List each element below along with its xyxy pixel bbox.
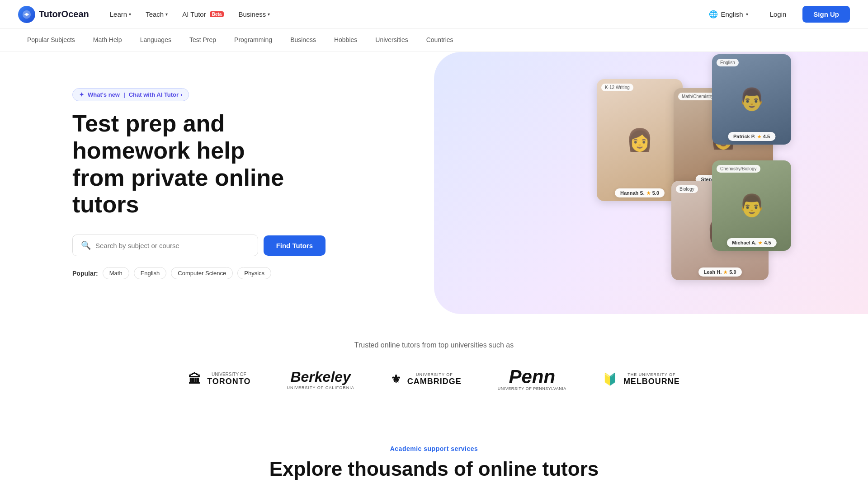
explore-subtitle: Academic support services — [18, 445, 850, 452]
melbourne-crest-icon: 🔰 — [603, 372, 617, 386]
language-selector[interactable]: 🌐 English ▾ — [703, 7, 753, 21]
whats-new-badge[interactable]: ✦ What's new | Chat with AI Tutor › — [72, 88, 189, 101]
explore-section: Academic support services Explore thousa… — [0, 418, 868, 488]
logo[interactable]: TutorOcean — [18, 6, 89, 23]
university-logos: 🏛 UNIVERSITY OF TORONTO Berkeley UNIVERS… — [18, 367, 850, 391]
chevron-right-icon: › — [180, 91, 182, 98]
tag-math[interactable]: Math — [103, 267, 129, 279]
beta-badge: Beta — [210, 11, 224, 17]
toronto-crest-icon: 🏛 — [188, 372, 201, 387]
hero-title: Test prep and homework help from private… — [72, 110, 326, 218]
svg-point-1 — [25, 13, 28, 16]
hero-background — [434, 52, 868, 314]
chevron-down-icon: ▾ — [268, 12, 270, 17]
hero-content: ✦ What's new | Chat with AI Tutor › Test… — [72, 79, 326, 287]
tag-physics[interactable]: Physics — [237, 267, 271, 279]
nav-left: TutorOcean Learn ▾ Teach ▾ AI Tutor Beta… — [18, 6, 276, 23]
brand-name: TutorOcean — [39, 9, 89, 19]
globe-icon: 🌐 — [709, 10, 718, 19]
sec-nav-math-help[interactable]: Math Help — [84, 29, 131, 52]
chevron-down-icon: ▾ — [129, 12, 131, 17]
chevron-down-icon: ▾ — [746, 12, 748, 17]
berkeley-logo: Berkeley UNIVERSITY OF CALIFORNIA — [287, 369, 354, 390]
trusted-title: Trusted online tutors from top universit… — [18, 341, 850, 349]
chat-ai-label: Chat with AI Tutor › — [129, 91, 183, 98]
sparkle-icon: ✦ — [79, 91, 84, 98]
nav-right: 🌐 English ▾ Login Sign Up — [703, 6, 850, 23]
search-icon: 🔍 — [81, 240, 91, 250]
berkeley-logo-text: Berkeley UNIVERSITY OF CALIFORNIA — [287, 369, 354, 390]
find-tutors-button[interactable]: Find Tutors — [264, 235, 326, 256]
melbourne-logo: 🔰 THE UNIVERSITY OF MELBOURNE — [603, 372, 680, 386]
nav-menu: Learn ▾ Teach ▾ AI Tutor Beta Business ▾ — [104, 7, 277, 22]
cambridge-logo-text: ⚜ UNIVERSITY OF CAMBRIDGE — [391, 372, 462, 386]
nav-learn[interactable]: Learn ▾ — [104, 7, 137, 22]
popular-tags-row: Popular: Math English Computer Science P… — [72, 267, 326, 279]
toronto-logo-text: 🏛 UNIVERSITY OF TORONTO — [188, 372, 250, 387]
sec-nav-popular-subjects[interactable]: Popular Subjects — [18, 29, 84, 52]
nav-teach[interactable]: Teach ▾ — [139, 7, 174, 22]
toronto-logo: 🏛 UNIVERSITY OF TORONTO — [188, 372, 250, 387]
tag-computer-science[interactable]: Computer Science — [171, 267, 233, 279]
search-box: 🔍 — [72, 235, 258, 256]
melbourne-logo-text: 🔰 THE UNIVERSITY OF MELBOURNE — [603, 372, 680, 386]
sec-nav-hobbies[interactable]: Hobbies — [325, 29, 366, 52]
sec-nav-countries[interactable]: Countries — [417, 29, 462, 52]
nav-business[interactable]: Business ▾ — [232, 7, 276, 22]
sec-nav-programming[interactable]: Programming — [225, 29, 281, 52]
cambridge-crest-icon: ⚜ — [391, 372, 401, 386]
penn-logo-text: Penn UNIVERSITY OF PENNSYLVANIA — [498, 367, 566, 391]
trusted-section: Trusted online tutors from top universit… — [0, 314, 868, 418]
popular-label: Popular: — [72, 270, 98, 277]
search-row: 🔍 Find Tutors — [72, 235, 326, 256]
sec-nav-test-prep[interactable]: Test Prep — [180, 29, 225, 52]
logo-icon — [18, 6, 35, 23]
penn-logo: Penn UNIVERSITY OF PENNSYLVANIA — [498, 367, 566, 391]
search-input[interactable] — [95, 242, 250, 249]
signup-button[interactable]: Sign Up — [802, 6, 850, 23]
nav-ai-tutor[interactable]: AI Tutor Beta — [176, 7, 230, 22]
chevron-down-icon: ▾ — [165, 12, 168, 17]
sec-nav-languages[interactable]: Languages — [131, 29, 180, 52]
sec-nav-business[interactable]: Business — [281, 29, 325, 52]
sec-nav-universities[interactable]: Universities — [366, 29, 417, 52]
login-button[interactable]: Login — [761, 7, 796, 22]
separator: | — [123, 91, 125, 98]
hero-section: ✦ What's new | Chat with AI Tutor › Test… — [0, 52, 868, 314]
navbar: TutorOcean Learn ▾ Teach ▾ AI Tutor Beta… — [0, 0, 868, 29]
explore-title: Explore thousands of online tutors — [18, 458, 850, 480]
cambridge-logo: ⚜ UNIVERSITY OF CAMBRIDGE — [391, 372, 462, 386]
secondary-nav: Popular Subjects Math Help Languages Tes… — [0, 29, 868, 52]
tag-english[interactable]: English — [134, 267, 167, 279]
